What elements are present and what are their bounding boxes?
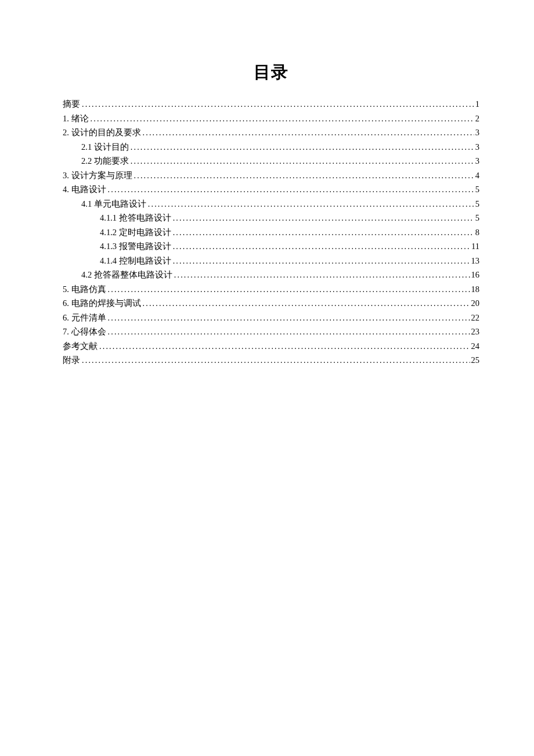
toc-entry-page: 22 [470,311,480,325]
toc-entry: 2.1 设计目的3 [63,140,479,154]
toc-entry: 4.1 单元电路设计5 [63,197,479,211]
toc-dot-leader [142,126,474,140]
toc-entry-page: 3 [474,140,479,154]
toc-entry-page: 2 [474,111,479,125]
toc-dot-leader [90,112,474,126]
toc-entry: 摘要1 [63,97,479,111]
toc-entry-label: 4.1.3 报警电路设计 [100,239,172,253]
toc-entry-label: 2.1 设计目的 [81,140,130,154]
toc-dot-leader [107,183,474,197]
toc-entry-page: 4 [474,168,479,182]
toc-entry-page: 13 [470,254,480,268]
toc-entry-label: 参考文献 [63,339,99,353]
toc-entry-label: 4.2 抢答器整体电路设计 [81,268,174,282]
toc-entry-page: 1 [474,97,479,111]
toc-entry: 6. 元件清单22 [63,311,479,325]
toc-dot-leader [130,154,474,168]
toc-entry-label: 3. 设计方案与原理 [63,168,134,182]
toc-entry-label: 摘要 [63,97,81,111]
toc-entry-label: 6. 电路的焊接与调试 [63,296,142,310]
toc-entry-page: 18 [470,282,480,296]
toc-entry-page: 11 [470,239,479,253]
toc-entry-label: 附录 [63,353,81,367]
toc-entry-page: 5 [474,211,479,225]
toc-entry-page: 20 [470,296,480,310]
toc-entry-label: 4.1.1 抢答电路设计 [100,211,172,225]
toc-entry-label: 2.2 功能要求 [81,154,130,168]
toc-entry-page: 3 [474,125,479,139]
toc-dot-leader [147,197,474,211]
toc-entry-label: 5. 电路仿真 [63,282,107,296]
toc-entry-page: 5 [474,197,479,211]
toc-entry: 附录25 [63,353,479,368]
toc-entry: 5. 电路仿真18 [63,282,479,297]
toc-dot-leader [172,226,474,240]
toc-entry-label: 1. 绪论 [63,111,90,125]
toc-page: 目录 摘要11. 绪论22. 设计的目的及要求32.1 设计目的32.2 功能要… [63,61,479,368]
toc-entry-label: 4.1.2 定时电路设计 [100,225,172,239]
toc-dot-leader [172,254,470,268]
toc-entry-page: 23 [470,325,480,339]
toc-entry-label: 2. 设计的目的及要求 [63,125,142,139]
toc-entry-page: 5 [474,182,479,196]
toc-entry: 4.1.1 抢答电路设计5 [63,211,479,225]
toc-dot-leader [107,283,470,297]
toc-list: 摘要11. 绪论22. 设计的目的及要求32.1 设计目的32.2 功能要求33… [63,97,479,368]
toc-entry-label: 7. 心得体会 [63,325,107,339]
toc-dot-leader [107,311,470,325]
toc-entry: 4.1.3 报警电路设计11 [63,239,479,254]
toc-dot-leader [99,340,470,354]
toc-dot-leader [107,325,470,339]
toc-entry-page: 16 [470,268,480,282]
toc-entry-page: 8 [474,225,479,239]
toc-dot-leader [142,297,470,311]
toc-dot-leader [81,98,474,111]
toc-entry-page: 25 [470,353,480,367]
toc-entry: 1. 绪论2 [63,111,479,126]
toc-entry-label: 6. 元件清单 [63,311,107,325]
toc-title: 目录 [63,61,479,84]
toc-dot-leader [174,268,470,282]
toc-entry-label: 4. 电路设计 [63,182,107,196]
toc-entry: 4. 电路设计5 [63,182,479,197]
toc-entry: 4.1.4 控制电路设计13 [63,254,479,268]
toc-entry: 7. 心得体会23 [63,325,479,339]
toc-entry: 参考文献24 [63,339,479,354]
toc-dot-leader [81,354,470,368]
toc-entry-page: 3 [474,154,479,168]
toc-entry-label: 4.1.4 控制电路设计 [100,254,172,268]
toc-entry-label: 4.1 单元电路设计 [81,197,147,211]
toc-dot-leader [130,141,474,154]
toc-dot-leader [172,240,470,254]
toc-entry: 2.2 功能要求3 [63,154,479,168]
toc-entry: 3. 设计方案与原理4 [63,168,479,183]
toc-entry: 6. 电路的焊接与调试20 [63,296,479,311]
toc-entry: 2. 设计的目的及要求3 [63,125,479,140]
toc-entry: 4.2 抢答器整体电路设计16 [63,268,479,282]
toc-dot-leader [134,169,474,183]
toc-entry: 4.1.2 定时电路设计8 [63,225,479,240]
toc-dot-leader [172,211,474,225]
toc-entry-page: 24 [470,339,480,353]
